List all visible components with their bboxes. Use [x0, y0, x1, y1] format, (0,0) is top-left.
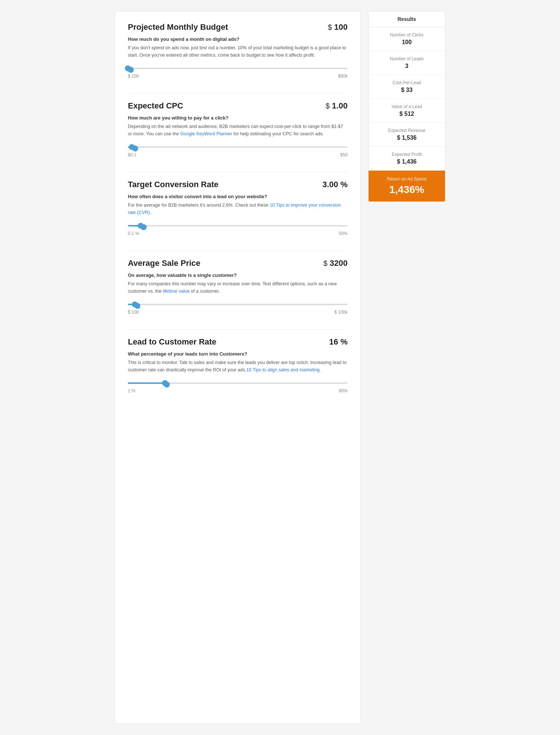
section-cpc: Expected CPC$1.00How much are you willin…	[128, 101, 348, 172]
section-lcr-link[interactable]: 10 Tips to align sales and marketing.	[246, 367, 321, 372]
result-item-1-label: Number of Leads	[374, 56, 439, 61]
section-asp-slider[interactable]	[128, 305, 348, 307]
result-item-2-label: Cost-Per-Lead	[374, 80, 439, 85]
result-item-3: Value of a Lead$ 512	[369, 99, 445, 123]
section-cvr-link[interactable]: 10 Tips to improve your conversion rate …	[128, 203, 341, 215]
result-item-2-value: $ 33	[374, 87, 439, 93]
section-cvr-slider-min-label: 0.1 %	[128, 231, 139, 236]
section-cpc-title: Expected CPC	[128, 101, 183, 111]
section-cvr: Target Conversion Rate3.00 %How often do…	[128, 180, 348, 251]
result-item-4-label: Expected Revenue	[374, 128, 439, 133]
section-cpc-slider-max-label: $50	[340, 152, 348, 157]
section-budget-slider[interactable]	[128, 69, 348, 71]
section-budget-number: 100	[334, 22, 348, 32]
section-budget-header: Projected Monthly Budget$100	[128, 22, 348, 32]
section-budget-desc: If you don't spend on ads now, just test…	[128, 44, 348, 59]
section-budget-value: $100	[328, 22, 348, 32]
section-lcr-slider-max-label: 90%	[339, 388, 348, 393]
result-item-5: Expected Profit$ 1,436	[369, 147, 445, 171]
section-cvr-slider-max-label: 50%	[339, 231, 348, 236]
section-budget-slider-min-label: $ 100	[128, 74, 139, 79]
section-asp-slider-max-label: $ 100k	[334, 310, 348, 315]
section-cvr-slider[interactable]	[128, 226, 348, 228]
section-asp-desc: For many companies this number may vary …	[128, 280, 348, 295]
section-cvr-number: 3.00 %	[323, 180, 348, 189]
section-budget-slider-container	[128, 68, 348, 71]
page-wrapper: Projected Monthly Budget$100How much do …	[115, 11, 445, 724]
result-item-0-label: Number of Clicks	[374, 32, 439, 38]
section-cpc-currency: $	[326, 102, 330, 110]
section-asp-value: $3200	[323, 258, 348, 268]
section-cvr-desc: For the average for B2B marketers it's a…	[128, 201, 348, 216]
results-title: Results	[398, 16, 416, 22]
section-asp-link[interactable]: lifetime value	[163, 289, 190, 294]
roas-label: Return on Ad Spend	[374, 176, 439, 182]
section-budget-currency: $	[328, 23, 332, 32]
result-item-1-value: 3	[374, 63, 439, 69]
result-item-5-label: Expected Profit	[374, 152, 439, 157]
section-lcr-slider-container	[128, 382, 348, 385]
section-lcr-title: Lead to Customer Rate	[128, 337, 216, 347]
roas-value: 1,436%	[374, 184, 439, 196]
section-cpc-slider-labels: $0.1$50	[128, 152, 348, 157]
section-asp-currency: $	[323, 259, 327, 268]
section-cpc-link[interactable]: Google KeyWord Planner	[180, 131, 232, 136]
section-cvr-subtitle: How often does a visitor convert into a …	[128, 194, 348, 199]
section-cvr-slider-labels: 0.1 %50%	[128, 231, 348, 236]
section-cpc-value: $1.00	[326, 101, 348, 111]
section-budget: Projected Monthly Budget$100How much do …	[128, 22, 348, 94]
section-cpc-slider-min-label: $0.1	[128, 152, 136, 157]
section-asp-subtitle: On average, how valuable is a single cus…	[128, 272, 348, 278]
result-item-0-value: 100	[374, 39, 439, 46]
result-item-1: Number of Leads3	[369, 51, 445, 75]
section-budget-slider-max-label: $50k	[338, 74, 348, 79]
section-asp-header: Average Sale Price$3200	[128, 258, 348, 268]
section-budget-title: Projected Monthly Budget	[128, 22, 228, 32]
results-header: Results	[369, 11, 445, 27]
result-item-4: Expected Revenue$ 1,536	[369, 123, 445, 147]
section-lcr-number: 16 %	[329, 337, 348, 347]
section-cpc-slider[interactable]	[128, 148, 348, 149]
section-budget-subtitle: How much do you spend a month on digital…	[128, 36, 348, 42]
section-lcr-slider-min-label: 1 %	[128, 388, 136, 393]
section-lcr-desc: This is critical to monitor. Talk to sal…	[128, 359, 348, 374]
section-cpc-number: 1.00	[332, 101, 348, 111]
result-item-5-value: $ 1,436	[374, 158, 439, 165]
section-cpc-desc: Depending on the ad network and audience…	[128, 123, 348, 138]
result-item-3-value: $ 512	[374, 111, 439, 117]
result-items-container: Number of Clicks100Number of Leads3Cost-…	[369, 27, 445, 171]
section-cvr-title: Target Conversion Rate	[128, 180, 219, 189]
section-asp: Average Sale Price$3200On average, how v…	[128, 258, 348, 330]
section-asp-slider-min-label: $ 100	[128, 310, 139, 315]
section-asp-slider-container	[128, 304, 348, 307]
section-cvr-value: 3.00 %	[323, 180, 348, 189]
section-lcr-slider[interactable]	[128, 384, 348, 385]
result-item-2: Cost-Per-Lead$ 33	[369, 75, 445, 99]
section-asp-slider-labels: $ 100$ 100k	[128, 310, 348, 315]
section-lcr-header: Lead to Customer Rate16 %	[128, 337, 348, 347]
roas-panel: Return on Ad Spend 1,436%	[369, 171, 445, 201]
section-lcr: Lead to Customer Rate16 %What percentage…	[128, 337, 348, 408]
main-content: Projected Monthly Budget$100How much do …	[115, 11, 361, 724]
result-item-0: Number of Clicks100	[369, 27, 445, 51]
section-lcr-value: 16 %	[329, 337, 348, 347]
section-lcr-slider-labels: 1 %90%	[128, 388, 348, 393]
section-cvr-slider-container	[128, 225, 348, 228]
section-asp-title: Average Sale Price	[128, 258, 200, 268]
result-item-3-label: Value of a Lead	[374, 104, 439, 109]
section-lcr-subtitle: What percentage of your leads turn into …	[128, 351, 348, 357]
section-cpc-header: Expected CPC$1.00	[128, 101, 348, 111]
section-budget-slider-labels: $ 100$50k	[128, 74, 348, 79]
results-panel: Results Number of Clicks100Number of Lea…	[368, 11, 445, 202]
section-cpc-subtitle: How much are you willing to pay for a cl…	[128, 115, 348, 121]
result-item-4-value: $ 1,536	[374, 135, 439, 141]
section-asp-number: 3200	[330, 258, 348, 268]
results-sidebar: Results Number of Clicks100Number of Lea…	[368, 11, 445, 724]
section-cpc-slider-container	[128, 146, 348, 149]
section-cvr-header: Target Conversion Rate3.00 %	[128, 180, 348, 189]
